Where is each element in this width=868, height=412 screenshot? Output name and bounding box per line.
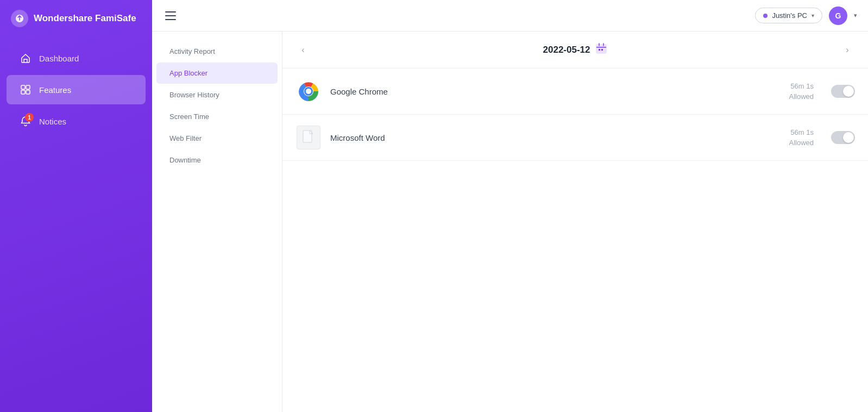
app-logo: Wondershare FamiSafe — [0, 0, 152, 37]
sidebar-item-notices[interactable]: 1 Notices — [7, 107, 146, 136]
subnav-item-activity-report[interactable]: Activity Report — [156, 41, 278, 62]
content-wrapper: Activity Report App Blocker Browser Hist… — [152, 32, 868, 412]
app-item-chrome: Google Chrome 56m 1s Allowed — [282, 68, 868, 115]
app-usage-word: 56m 1s Allowed — [789, 128, 814, 147]
svg-rect-7 — [601, 49, 603, 51]
svg-rect-2 — [26, 85, 30, 89]
chrome-icon — [297, 79, 320, 103]
svg-rect-1 — [21, 85, 25, 89]
user-initial: G — [835, 11, 841, 20]
features-label: Features — [39, 85, 71, 95]
chrome-icon-wrapper — [295, 78, 322, 104]
device-name: Justin's PC — [772, 11, 807, 20]
app-usage-chrome: 56m 1s Allowed — [789, 82, 814, 101]
subnav-item-screen-time[interactable]: Screen Time — [156, 106, 278, 127]
subnav-item-downtime[interactable]: Downtime — [156, 149, 278, 171]
notices-label: Notices — [39, 117, 66, 126]
date-nav: ‹ 2022-05-12 › — [282, 32, 868, 68]
subnav: Activity Report App Blocker Browser Hist… — [152, 32, 282, 412]
date-display: 2022-05-12 — [543, 42, 608, 57]
subnav-item-web-filter[interactable]: Web Filter — [156, 128, 278, 149]
topbar-left — [163, 9, 178, 22]
svg-rect-3 — [21, 90, 25, 94]
app-name-chrome: Google Chrome — [330, 87, 780, 96]
chrome-usage-time: 56m 1s — [790, 82, 814, 90]
dashboard-label: Dashboard — [39, 54, 79, 63]
sidebar-item-features[interactable]: Features — [7, 75, 146, 104]
word-block-toggle[interactable] — [831, 131, 855, 144]
app-name: Wondershare FamiSafe — [34, 13, 136, 24]
sidebar: Wondershare FamiSafe Dashboard Feat — [0, 0, 152, 412]
chrome-block-toggle[interactable] — [831, 85, 855, 98]
topbar: Justin's PC ▾ G ▾ — [152, 0, 868, 32]
prev-date-button[interactable]: ‹ — [295, 42, 311, 58]
app-name-word: Microsoft Word — [330, 133, 780, 142]
svg-rect-4 — [26, 90, 30, 94]
device-chevron-icon: ▾ — [812, 13, 814, 18]
notices-badge: 1 — [25, 113, 34, 122]
features-icon — [20, 84, 32, 96]
app-item-word: Microsoft Word 56m 1s Allowed — [282, 115, 868, 161]
svg-rect-12 — [303, 130, 312, 142]
logo-icon — [11, 10, 28, 27]
sidebar-item-dashboard[interactable]: Dashboard — [7, 43, 146, 73]
sidebar-nav: Dashboard Features 1 Notices — [0, 37, 152, 142]
svg-rect-5 — [596, 45, 606, 53]
main-area: Justin's PC ▾ G ▾ Activity Report App Bl… — [152, 0, 868, 412]
device-selector[interactable]: Justin's PC ▾ — [755, 8, 822, 23]
word-usage-status: Allowed — [789, 139, 814, 147]
subnav-item-app-blocker[interactable]: App Blocker — [156, 63, 278, 84]
user-avatar[interactable]: G — [829, 7, 847, 25]
calendar-icon[interactable] — [595, 42, 607, 57]
main-panel: ‹ 2022-05-12 › — [282, 32, 868, 412]
word-usage-time: 56m 1s — [790, 128, 814, 136]
word-icon-wrapper — [295, 124, 322, 151]
hamburger-menu[interactable] — [163, 9, 178, 22]
svg-point-11 — [306, 89, 311, 94]
bell-icon: 1 — [20, 115, 32, 127]
topbar-right: Justin's PC ▾ G ▾ — [755, 7, 857, 25]
svg-rect-6 — [599, 49, 600, 51]
current-date: 2022-05-12 — [543, 45, 590, 55]
device-status-dot — [763, 14, 768, 18]
home-icon — [20, 52, 32, 64]
next-date-button[interactable]: › — [840, 42, 855, 58]
chrome-usage-status: Allowed — [789, 92, 814, 101]
app-list: Google Chrome 56m 1s Allowed — [282, 68, 868, 161]
word-document-icon — [297, 126, 320, 149]
subnav-item-browser-history[interactable]: Browser History — [156, 84, 278, 105]
user-chevron-icon[interactable]: ▾ — [854, 12, 857, 19]
